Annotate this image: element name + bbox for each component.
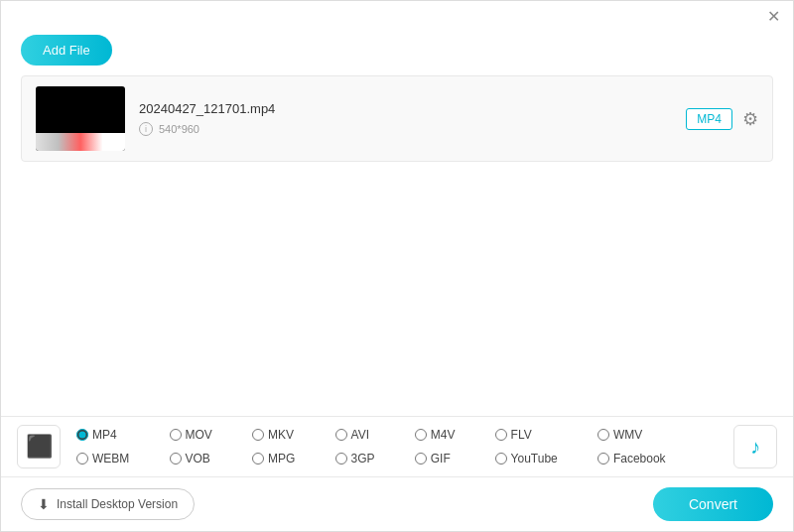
settings-icon[interactable]: ⚙	[742, 108, 758, 130]
thumb-stripe	[36, 133, 125, 151]
label-3gp: 3GP	[351, 452, 375, 466]
video-format-icon[interactable]: ⬛	[17, 425, 61, 468]
file-name: 20240427_121701.mp4	[139, 101, 672, 116]
label-mpg: MPG	[268, 452, 295, 466]
format-option-vob[interactable]: VOB	[164, 450, 243, 467]
format-option-webm[interactable]: WEBM	[70, 450, 160, 467]
label-avi: AVI	[351, 428, 369, 442]
file-dimensions: 540*960	[159, 123, 199, 135]
radio-mp4[interactable]	[76, 429, 88, 441]
radio-webm[interactable]	[76, 453, 88, 465]
radio-gif[interactable]	[415, 453, 427, 465]
content-area	[1, 162, 793, 360]
radio-avi[interactable]	[335, 429, 347, 441]
audio-format-button[interactable]: ♪	[733, 425, 777, 468]
toolbar: Add File	[1, 29, 793, 75]
radio-3gp[interactable]	[335, 453, 347, 465]
format-option-flv[interactable]: FLV	[489, 426, 588, 444]
format-option-m4v[interactable]: M4V	[409, 426, 485, 444]
file-info: 20240427_121701.mp4 i 540*960	[139, 101, 672, 136]
music-note-icon: ♪	[750, 436, 760, 459]
file-list: 20240427_121701.mp4 i 540*960 MP4 ⚙	[21, 75, 773, 162]
label-webm: WEBM	[92, 452, 129, 466]
label-wmv: WMV	[613, 428, 642, 442]
file-thumbnail	[36, 86, 125, 151]
label-youtube: YouTube	[511, 452, 558, 466]
film-icon: ⬛	[26, 434, 53, 460]
radio-m4v[interactable]	[415, 429, 427, 441]
add-file-button[interactable]: Add File	[21, 35, 112, 66]
label-flv: FLV	[511, 428, 532, 442]
radio-vob[interactable]	[170, 453, 182, 465]
install-label: Install Desktop Version	[57, 497, 178, 511]
info-icon: i	[139, 122, 153, 136]
format-option-gif[interactable]: GIF	[409, 450, 485, 467]
format-option-mp4[interactable]: MP4	[70, 426, 160, 444]
label-m4v: M4V	[431, 428, 456, 442]
convert-button[interactable]: Convert	[653, 487, 773, 521]
format-option-facebook[interactable]: Facebook	[592, 450, 696, 467]
action-bar: ⬇ Install Desktop Version Convert	[1, 477, 793, 531]
format-option-mkv[interactable]: MKV	[246, 426, 326, 444]
format-grid: MP4 MOV MKV AVI M4V FLV	[70, 426, 724, 467]
label-facebook: Facebook	[613, 452, 666, 466]
format-option-wmv[interactable]: WMV	[592, 426, 696, 444]
label-mp4: MP4	[92, 428, 117, 442]
file-meta: i 540*960	[139, 122, 672, 136]
label-mov: MOV	[186, 428, 212, 442]
label-gif: GIF	[431, 452, 451, 466]
label-vob: VOB	[186, 452, 210, 466]
file-item: 20240427_121701.mp4 i 540*960 MP4 ⚙	[22, 76, 772, 161]
radio-facebook[interactable]	[597, 453, 609, 465]
format-option-3gp[interactable]: 3GP	[330, 450, 405, 467]
radio-flv[interactable]	[495, 429, 507, 441]
title-bar: ✕	[1, 1, 793, 29]
radio-youtube[interactable]	[495, 453, 507, 465]
format-badge[interactable]: MP4	[686, 108, 732, 130]
label-mkv: MKV	[268, 428, 294, 442]
install-desktop-button[interactable]: ⬇ Install Desktop Version	[21, 488, 195, 520]
radio-mpg[interactable]	[252, 453, 264, 465]
format-option-avi[interactable]: AVI	[330, 426, 405, 444]
close-button[interactable]: ✕	[765, 9, 781, 25]
radio-mkv[interactable]	[252, 429, 264, 441]
bottom-bar: ⬛ MP4 MOV MKV AVI M4V	[1, 416, 793, 531]
radio-mov[interactable]	[170, 429, 182, 441]
file-actions: MP4 ⚙	[686, 108, 758, 130]
radio-wmv[interactable]	[597, 429, 609, 441]
format-option-youtube[interactable]: YouTube	[489, 450, 588, 467]
format-section: ⬛ MP4 MOV MKV AVI M4V	[1, 417, 793, 477]
download-icon: ⬇	[38, 496, 50, 512]
format-option-mpg[interactable]: MPG	[246, 450, 326, 467]
format-option-mov[interactable]: MOV	[164, 426, 243, 444]
